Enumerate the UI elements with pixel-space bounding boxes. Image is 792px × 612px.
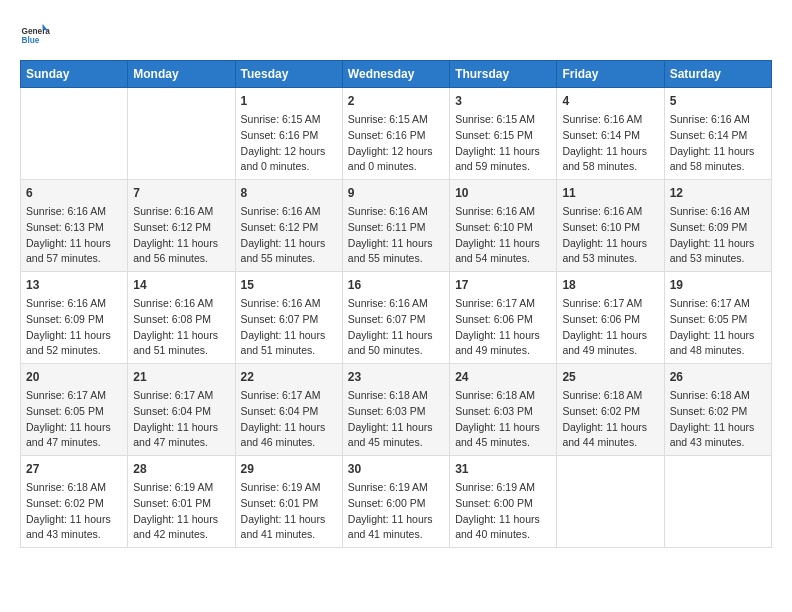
calendar-cell: 14Sunrise: 6:16 AMSunset: 6:08 PMDayligh… [128, 272, 235, 364]
sunrise: Sunrise: 6:17 AM [562, 297, 642, 309]
sunrise: Sunrise: 6:15 AM [348, 113, 428, 125]
calendar-cell: 22Sunrise: 6:17 AMSunset: 6:04 PMDayligh… [235, 364, 342, 456]
sunset: Sunset: 6:12 PM [133, 221, 211, 233]
calendar-cell [128, 88, 235, 180]
daylight: Daylight: 11 hours and 56 minutes. [133, 237, 218, 265]
day-number: 6 [26, 184, 122, 202]
weekday-header: Friday [557, 61, 664, 88]
svg-text:Blue: Blue [22, 36, 40, 45]
sunrise: Sunrise: 6:15 AM [455, 113, 535, 125]
calendar-cell: 31Sunrise: 6:19 AMSunset: 6:00 PMDayligh… [450, 456, 557, 548]
sunset: Sunset: 6:16 PM [241, 129, 319, 141]
daylight: Daylight: 11 hours and 43 minutes. [670, 421, 755, 449]
calendar-header: SundayMondayTuesdayWednesdayThursdayFrid… [21, 61, 772, 88]
calendar-cell: 16Sunrise: 6:16 AMSunset: 6:07 PMDayligh… [342, 272, 449, 364]
sunset: Sunset: 6:04 PM [133, 405, 211, 417]
sunrise: Sunrise: 6:18 AM [455, 389, 535, 401]
day-number: 15 [241, 276, 337, 294]
day-number: 7 [133, 184, 229, 202]
day-number: 19 [670, 276, 766, 294]
sunrise: Sunrise: 6:16 AM [133, 297, 213, 309]
sunrise: Sunrise: 6:17 AM [26, 389, 106, 401]
daylight: Daylight: 11 hours and 42 minutes. [133, 513, 218, 541]
day-number: 31 [455, 460, 551, 478]
calendar-cell [21, 88, 128, 180]
daylight: Daylight: 11 hours and 58 minutes. [670, 145, 755, 173]
sunset: Sunset: 6:02 PM [26, 497, 104, 509]
day-number: 16 [348, 276, 444, 294]
day-number: 21 [133, 368, 229, 386]
sunrise: Sunrise: 6:16 AM [133, 205, 213, 217]
day-number: 12 [670, 184, 766, 202]
day-number: 27 [26, 460, 122, 478]
sunset: Sunset: 6:04 PM [241, 405, 319, 417]
daylight: Daylight: 11 hours and 51 minutes. [241, 329, 326, 357]
sunrise: Sunrise: 6:17 AM [133, 389, 213, 401]
calendar-cell: 12Sunrise: 6:16 AMSunset: 6:09 PMDayligh… [664, 180, 771, 272]
calendar-cell: 11Sunrise: 6:16 AMSunset: 6:10 PMDayligh… [557, 180, 664, 272]
day-number: 18 [562, 276, 658, 294]
sunset: Sunset: 6:00 PM [348, 497, 426, 509]
daylight: Daylight: 11 hours and 49 minutes. [455, 329, 540, 357]
calendar-week-row: 6Sunrise: 6:16 AMSunset: 6:13 PMDaylight… [21, 180, 772, 272]
daylight: Daylight: 11 hours and 55 minutes. [241, 237, 326, 265]
sunrise: Sunrise: 6:16 AM [241, 297, 321, 309]
sunset: Sunset: 6:07 PM [348, 313, 426, 325]
daylight: Daylight: 11 hours and 40 minutes. [455, 513, 540, 541]
sunrise: Sunrise: 6:15 AM [241, 113, 321, 125]
daylight: Daylight: 11 hours and 58 minutes. [562, 145, 647, 173]
sunset: Sunset: 6:03 PM [348, 405, 426, 417]
sunset: Sunset: 6:16 PM [348, 129, 426, 141]
calendar-cell [664, 456, 771, 548]
weekday-header: Thursday [450, 61, 557, 88]
day-number: 3 [455, 92, 551, 110]
sunrise: Sunrise: 6:17 AM [241, 389, 321, 401]
logo: General Blue [20, 20, 54, 50]
sunset: Sunset: 6:14 PM [670, 129, 748, 141]
calendar-cell: 3Sunrise: 6:15 AMSunset: 6:15 PMDaylight… [450, 88, 557, 180]
sunset: Sunset: 6:10 PM [455, 221, 533, 233]
day-number: 26 [670, 368, 766, 386]
sunset: Sunset: 6:07 PM [241, 313, 319, 325]
weekday-header: Monday [128, 61, 235, 88]
weekday-header: Sunday [21, 61, 128, 88]
daylight: Daylight: 11 hours and 47 minutes. [133, 421, 218, 449]
weekday-header: Saturday [664, 61, 771, 88]
calendar-cell: 26Sunrise: 6:18 AMSunset: 6:02 PMDayligh… [664, 364, 771, 456]
daylight: Daylight: 11 hours and 43 minutes. [26, 513, 111, 541]
calendar-cell: 20Sunrise: 6:17 AMSunset: 6:05 PMDayligh… [21, 364, 128, 456]
calendar-week-row: 13Sunrise: 6:16 AMSunset: 6:09 PMDayligh… [21, 272, 772, 364]
sunrise: Sunrise: 6:18 AM [562, 389, 642, 401]
sunset: Sunset: 6:15 PM [455, 129, 533, 141]
calendar-cell: 5Sunrise: 6:16 AMSunset: 6:14 PMDaylight… [664, 88, 771, 180]
calendar-table: SundayMondayTuesdayWednesdayThursdayFrid… [20, 60, 772, 548]
daylight: Daylight: 11 hours and 54 minutes. [455, 237, 540, 265]
daylight: Daylight: 11 hours and 49 minutes. [562, 329, 647, 357]
day-number: 13 [26, 276, 122, 294]
calendar-cell: 18Sunrise: 6:17 AMSunset: 6:06 PMDayligh… [557, 272, 664, 364]
daylight: Daylight: 11 hours and 55 minutes. [348, 237, 433, 265]
daylight: Daylight: 11 hours and 57 minutes. [26, 237, 111, 265]
calendar-cell: 23Sunrise: 6:18 AMSunset: 6:03 PMDayligh… [342, 364, 449, 456]
sunrise: Sunrise: 6:16 AM [562, 113, 642, 125]
sunrise: Sunrise: 6:18 AM [26, 481, 106, 493]
daylight: Daylight: 11 hours and 47 minutes. [26, 421, 111, 449]
sunset: Sunset: 6:02 PM [670, 405, 748, 417]
day-number: 4 [562, 92, 658, 110]
sunset: Sunset: 6:11 PM [348, 221, 426, 233]
calendar-week-row: 1Sunrise: 6:15 AMSunset: 6:16 PMDaylight… [21, 88, 772, 180]
logo-icon: General Blue [20, 20, 50, 50]
calendar-cell: 17Sunrise: 6:17 AMSunset: 6:06 PMDayligh… [450, 272, 557, 364]
weekday-header: Tuesday [235, 61, 342, 88]
calendar-cell: 15Sunrise: 6:16 AMSunset: 6:07 PMDayligh… [235, 272, 342, 364]
sunrise: Sunrise: 6:16 AM [26, 205, 106, 217]
sunrise: Sunrise: 6:16 AM [562, 205, 642, 217]
header-row: SundayMondayTuesdayWednesdayThursdayFrid… [21, 61, 772, 88]
sunset: Sunset: 6:05 PM [26, 405, 104, 417]
day-number: 29 [241, 460, 337, 478]
daylight: Daylight: 11 hours and 51 minutes. [133, 329, 218, 357]
calendar-week-row: 20Sunrise: 6:17 AMSunset: 6:05 PMDayligh… [21, 364, 772, 456]
calendar-cell: 4Sunrise: 6:16 AMSunset: 6:14 PMDaylight… [557, 88, 664, 180]
sunset: Sunset: 6:02 PM [562, 405, 640, 417]
daylight: Daylight: 11 hours and 53 minutes. [562, 237, 647, 265]
